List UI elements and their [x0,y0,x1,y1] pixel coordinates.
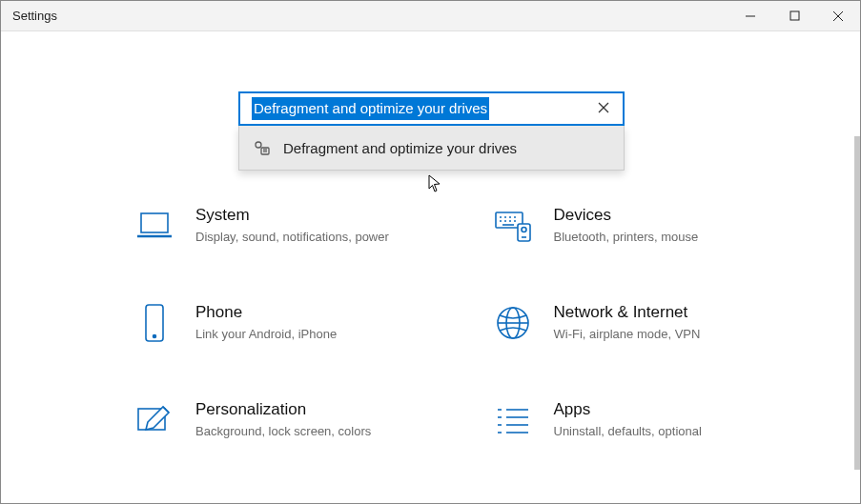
content-area: Defragment and optimize your drives [1,31,860,503]
tile-name: Devices [554,206,699,225]
search-input[interactable]: Defragment and optimize your drives [238,91,625,126]
tile-desc: Background, lock screen, colors [195,423,371,440]
tile-apps[interactable]: Apps Uninstall, defaults, optional [493,400,823,440]
tile-name: Network & Internet [554,303,701,322]
close-button[interactable] [816,1,860,30]
gear-tool-icon [253,139,270,156]
search-suggestion-label: Defragment and optimize your drives [283,140,517,156]
tile-desc: Uninstall, defaults, optional [554,423,702,440]
minimize-button[interactable] [728,1,772,30]
window-title: Settings [12,9,57,23]
svg-rect-10 [141,213,168,232]
tile-name: Apps [554,400,702,419]
globe-icon [493,303,533,343]
mouse-cursor [428,174,441,193]
search-value-selected: Defragment and optimize your drives [252,97,489,120]
search-suggestion-item[interactable]: Defragment and optimize your drives [239,126,624,170]
keyboard-icon [493,206,533,246]
settings-tiles: System Display, sound, notifications, po… [134,206,822,440]
pen-icon [134,400,174,440]
scrollbar[interactable] [854,136,860,470]
clear-search-icon[interactable] [592,101,615,116]
svg-rect-1 [790,11,799,20]
tile-desc: Bluetooth, printers, mouse [554,229,699,246]
laptop-icon [134,206,174,246]
search-container: Defragment and optimize your drives [238,91,625,171]
tile-phone[interactable]: Phone Link your Android, iPhone [134,303,464,343]
window-buttons [728,1,860,30]
tile-personalization[interactable]: Personalization Background, lock screen,… [134,400,464,440]
tile-system[interactable]: System Display, sound, notifications, po… [134,206,464,246]
apps-icon [493,400,533,440]
tile-name: System [195,206,389,225]
tile-network[interactable]: Network & Internet Wi-Fi, airplane mode,… [493,303,823,343]
tile-name: Phone [195,303,337,322]
tile-devices[interactable]: Devices Bluetooth, printers, mouse [493,206,823,246]
tile-desc: Wi-Fi, airplane mode, VPN [554,326,701,343]
maximize-button[interactable] [772,1,816,30]
tile-desc: Link your Android, iPhone [195,326,337,343]
settings-window: Settings Defragment and optimize your dr… [0,0,861,504]
tile-name: Personalization [195,400,371,419]
svg-point-6 [256,142,261,148]
titlebar: Settings [1,1,860,31]
svg-point-26 [154,335,156,338]
phone-icon [134,303,174,343]
tile-desc: Display, sound, notifications, power [195,229,389,246]
search-suggestions: Defragment and optimize your drives [238,126,625,171]
